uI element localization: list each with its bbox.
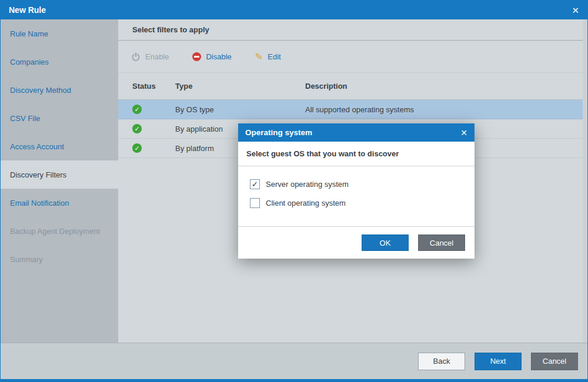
- new-rule-wizard-window: New Rule ✕ Rule Name Companies Discovery…: [0, 0, 588, 382]
- disable-button-label: Disable: [206, 52, 231, 61]
- dialog-subtitle: Select guest OS that you want to discove…: [238, 142, 475, 166]
- status-enabled-icon: ✓: [132, 143, 142, 153]
- sidebar-item-companies[interactable]: Companies: [1, 48, 118, 76]
- sidebar-item-access-account[interactable]: Access Account: [1, 132, 118, 160]
- filter-description: All supported operating systems: [305, 105, 569, 114]
- table-header: Status Type Description: [118, 73, 583, 100]
- cancel-button[interactable]: Cancel: [531, 353, 578, 370]
- operating-system-dialog: Operating system ✕ Select guest OS that …: [238, 123, 475, 259]
- enable-button: Enable: [131, 52, 169, 62]
- status-enabled-icon: ✓: [132, 124, 142, 133]
- page-title: Select filters to apply: [118, 19, 583, 41]
- disable-icon: [192, 52, 201, 61]
- power-icon: [131, 52, 141, 62]
- edit-button[interactable]: ✎ Edit: [255, 52, 281, 62]
- window-title: New Rule: [9, 5, 46, 15]
- sidebar-item-backup-agent-deployment: Backup Agent Deployment: [1, 217, 118, 245]
- dialog-body: ✓ Server operating system Client operati…: [238, 166, 475, 226]
- client-os-option-label: Client operating system: [266, 199, 346, 207]
- status-enabled-icon: ✓: [132, 105, 142, 114]
- enable-button-label: Enable: [145, 52, 169, 61]
- sidebar-item-email-notification[interactable]: Email Notification: [1, 189, 118, 217]
- wizard-footer: Back Next Cancel: [1, 343, 587, 379]
- wizard-steps-sidebar: Rule Name Companies Discovery Method CSV…: [1, 19, 118, 343]
- server-os-option-label: Server operating system: [266, 180, 349, 189]
- back-button[interactable]: Back: [418, 353, 465, 370]
- column-header-description: Description: [305, 82, 569, 91]
- window-titlebar: New Rule ✕: [1, 1, 587, 19]
- checkbox-checked-icon[interactable]: ✓: [250, 179, 260, 189]
- sidebar-item-discovery-filters[interactable]: Discovery Filters: [1, 160, 118, 189]
- dialog-close-icon[interactable]: ✕: [460, 129, 467, 137]
- checkbox-unchecked-icon[interactable]: [250, 198, 260, 208]
- sidebar-item-rule-name[interactable]: Rule Name: [1, 19, 118, 48]
- sidebar-item-discovery-method[interactable]: Discovery Method: [1, 76, 118, 104]
- next-button[interactable]: Next: [475, 353, 522, 370]
- sidebar-item-summary: Summary: [1, 245, 118, 273]
- window-close-icon[interactable]: ✕: [572, 6, 579, 15]
- pencil-icon: ✎: [255, 52, 263, 62]
- client-os-option[interactable]: Client operating system: [250, 198, 463, 208]
- table-row[interactable]: ✓ By OS type All supported operating sys…: [118, 100, 583, 119]
- disable-button[interactable]: Disable: [192, 52, 231, 61]
- dialog-cancel-button[interactable]: Cancel: [418, 234, 465, 251]
- edit-button-label: Edit: [268, 52, 280, 61]
- server-os-option[interactable]: ✓ Server operating system: [250, 179, 463, 189]
- sidebar-item-csv-file[interactable]: CSV File: [1, 104, 118, 132]
- ok-button[interactable]: OK: [362, 234, 409, 251]
- column-header-status: Status: [132, 82, 175, 91]
- filters-toolbar: Enable Disable ✎ Edit: [118, 41, 583, 73]
- dialog-title: Operating system: [245, 128, 312, 137]
- column-header-type: Type: [175, 82, 305, 91]
- dialog-footer: OK Cancel: [238, 226, 475, 259]
- dialog-titlebar: Operating system ✕: [238, 123, 475, 142]
- filter-type: By OS type: [175, 105, 305, 114]
